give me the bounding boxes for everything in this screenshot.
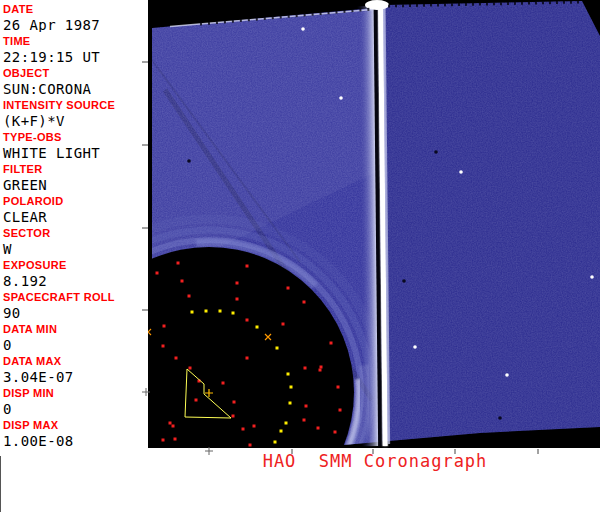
field-value: 0 <box>3 401 142 416</box>
field-label: FILTER <box>3 163 142 176</box>
field-label: OBJECT <box>3 67 142 80</box>
metadata-field-sector: SECTORW <box>0 224 142 256</box>
red-fiducial-dot <box>156 272 159 275</box>
red-fiducial-dot <box>317 427 320 430</box>
metadata-field-exposure: EXPOSURE8.192 <box>0 256 142 288</box>
red-fiducial-dot <box>246 319 249 322</box>
bright-point <box>413 345 417 349</box>
yellow-limb-dot <box>289 402 292 405</box>
dark-speck <box>402 279 406 283</box>
field-label: POLAROID <box>3 195 142 208</box>
metadata-field-polaroid: POLAROIDCLEAR <box>0 192 142 224</box>
dark-speck <box>498 416 502 420</box>
yellow-limb-dot <box>256 326 259 329</box>
field-label: DISP MIN <box>3 387 142 400</box>
red-fiducial-dot <box>249 444 252 447</box>
metadata-field-object: OBJECTSUN:CORONA <box>0 64 142 96</box>
red-fiducial-dot <box>236 298 239 301</box>
red-fiducial-dot <box>320 366 323 369</box>
field-value: 0 <box>3 337 142 352</box>
field-label: SECTOR <box>3 227 142 240</box>
red-fiducial-dot <box>222 382 225 385</box>
metadata-field-disp-max: DISP MAX1.00E-08 <box>0 416 142 448</box>
field-value: (K+F)*V <box>3 113 142 128</box>
red-fiducial-dot <box>287 287 290 290</box>
yellow-limb-dot <box>290 386 293 389</box>
red-fiducial-dot <box>330 342 333 345</box>
metadata-field-disp-min: DISP MIN0 <box>0 384 142 416</box>
red-fiducial-dot <box>282 323 285 326</box>
yellow-limb-dot <box>191 311 194 314</box>
bright-point <box>505 373 509 377</box>
red-fiducial-dot <box>253 425 256 428</box>
red-fiducial-dot <box>169 422 172 425</box>
field-value: CLEAR <box>3 209 142 224</box>
field-label: INTENSITY SOURCE <box>3 99 142 112</box>
metadata-field-data-max: DATA MAX3.04E-07 <box>0 352 142 384</box>
field-value: 8.192 <box>3 273 142 288</box>
field-label: DATA MIN <box>3 323 142 336</box>
metadata-field-date: DATE26 Apr 1987 <box>0 0 142 32</box>
red-fiducial-dot <box>233 401 236 404</box>
field-label: TYPE-OBS <box>3 131 142 144</box>
red-fiducial-dot <box>177 262 180 265</box>
field-value: W <box>3 241 142 256</box>
metadata-field-data-min: DATA MIN0 <box>0 320 142 352</box>
red-fiducial-dot <box>304 367 307 370</box>
field-label: EXPOSURE <box>3 259 142 272</box>
bright-point <box>459 170 463 174</box>
field-label: DATE <box>3 3 142 16</box>
field-label: DISP MAX <box>3 419 142 432</box>
vertical-streak-artifact <box>357 3 390 446</box>
coronagraph-viewer-window: DATE26 Apr 1987TIME22:19:15 UTOBJECTSUN:… <box>0 0 600 512</box>
field-label: DATA MAX <box>3 355 142 368</box>
metadata-field-type-obs: TYPE-OBSWHITE LIGHT <box>0 128 142 160</box>
dark-speck <box>434 150 438 154</box>
bright-point <box>590 275 594 279</box>
dark-speck <box>187 159 191 163</box>
metadata-field-spacecraft-roll: SPACECRAFT ROLL90 <box>0 288 142 320</box>
red-fiducial-dot <box>188 295 191 298</box>
field-value: GREEN <box>3 177 142 192</box>
red-fiducial-dot <box>174 438 177 441</box>
yellow-limb-dot <box>276 347 279 350</box>
bright-point <box>339 96 343 100</box>
metadata-field-intensity-source: INTENSITY SOURCE(K+F)*V <box>0 96 142 128</box>
yellow-limb-dot <box>232 312 235 315</box>
bright-point <box>301 27 305 31</box>
yellow-limb-dot <box>285 422 288 425</box>
metadata-field-filter: FILTERGREEN <box>0 160 142 192</box>
red-fiducial-dot <box>337 386 340 389</box>
red-fiducial-dot <box>246 357 249 360</box>
red-fiducial-dot <box>181 280 184 283</box>
field-value: WHITE LIGHT <box>3 145 142 160</box>
red-fiducial-dot <box>246 265 249 268</box>
red-fiducial-dot <box>189 367 192 370</box>
field-label: SPACECRAFT ROLL <box>3 291 142 304</box>
red-fiducial-dot <box>236 282 239 285</box>
red-fiducial-dot <box>339 409 342 412</box>
red-fiducial-dot <box>319 369 322 372</box>
metadata-field-time: TIME22:19:15 UT <box>0 32 142 64</box>
yellow-limb-dot <box>219 310 222 313</box>
field-value: SUN:CORONA <box>3 81 142 96</box>
red-fiducial-dot <box>242 428 245 431</box>
red-fiducial-dot <box>334 431 337 434</box>
field-value: 90 <box>3 305 142 320</box>
yellow-limb-dot <box>205 310 208 313</box>
red-fiducial-dot <box>303 301 306 304</box>
red-fiducial-dot <box>175 357 178 360</box>
red-fiducial-dot <box>195 399 198 402</box>
field-value: 3.04E-07 <box>3 369 142 384</box>
yellow-limb-dot <box>274 441 277 444</box>
yellow-limb-dot <box>287 373 290 376</box>
field-label: TIME <box>3 35 142 48</box>
red-fiducial-dot <box>162 345 165 348</box>
yellow-limb-dot <box>280 430 283 433</box>
metadata-sidebar: DATE26 Apr 1987TIME22:19:15 UTOBJECTSUN:… <box>0 0 142 448</box>
red-fiducial-dot <box>303 419 306 422</box>
field-value: 26 Apr 1987 <box>3 17 142 32</box>
field-value: 1.00E-08 <box>3 433 142 448</box>
red-fiducial-dot <box>305 405 308 408</box>
red-fiducial-dot <box>232 415 235 418</box>
